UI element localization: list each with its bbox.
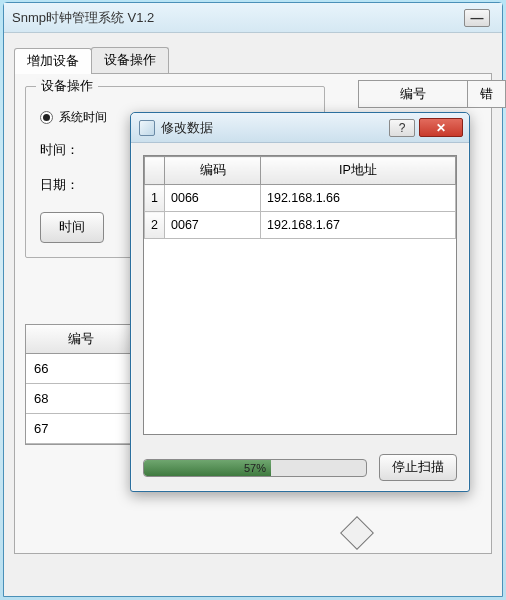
right-header-id-label: 编号 bbox=[400, 85, 426, 103]
dialog-help-button[interactable]: ? bbox=[389, 119, 415, 137]
right-header-id[interactable]: 编号 bbox=[358, 80, 468, 108]
right-table-header: 编号 错 bbox=[358, 80, 506, 108]
col-rownum[interactable] bbox=[145, 157, 165, 185]
cell-code[interactable]: 0067 bbox=[165, 212, 261, 239]
minimize-button[interactable]: — bbox=[464, 9, 490, 27]
progress-label: 57% bbox=[144, 460, 366, 476]
radio-system-time-label: 系统时间 bbox=[59, 109, 107, 126]
stop-scan-button[interactable]: 停止扫描 bbox=[379, 454, 457, 481]
tab-device-ops-label: 设备操作 bbox=[104, 53, 156, 67]
label-time: 时间： bbox=[40, 142, 84, 159]
cell-rownum: 2 bbox=[145, 212, 165, 239]
tabs: 增加设备 设备操作 bbox=[14, 47, 492, 74]
time-button[interactable]: 时间 bbox=[40, 212, 104, 243]
cell-ip[interactable]: 192.168.1.66 bbox=[261, 185, 456, 212]
cell-rownum: 1 bbox=[145, 185, 165, 212]
col-ip[interactable]: IP地址 bbox=[261, 157, 456, 185]
radio-dot-icon bbox=[40, 111, 53, 124]
scan-progress: 57% bbox=[143, 459, 367, 477]
cell-code[interactable]: 0066 bbox=[165, 185, 261, 212]
tab-add-device[interactable]: 增加设备 bbox=[14, 48, 92, 74]
dialog-body: 编码 IP地址 1 0066 192.168.1.66 2 bbox=[131, 143, 469, 491]
dialog-app-icon bbox=[139, 120, 155, 136]
main-title: Snmp时钟管理系统 V1.2 bbox=[12, 9, 464, 27]
label-date: 日期： bbox=[40, 177, 84, 194]
table-row[interactable]: 1 0066 192.168.1.66 bbox=[145, 185, 456, 212]
close-icon: ✕ bbox=[436, 121, 446, 135]
dialog-footer: 57% 停止扫描 bbox=[143, 454, 457, 481]
modify-data-dialog: 修改数据 ? ✕ 编码 IP地址 bbox=[130, 112, 470, 492]
help-icon: ? bbox=[399, 121, 406, 135]
dialog-close-button[interactable]: ✕ bbox=[419, 118, 463, 137]
tab-device-ops[interactable]: 设备操作 bbox=[91, 47, 169, 73]
time-button-label: 时间 bbox=[59, 220, 85, 234]
col-ip-label: IP地址 bbox=[339, 163, 377, 177]
dialog-title: 修改数据 bbox=[161, 119, 389, 137]
stop-scan-label: 停止扫描 bbox=[392, 460, 444, 474]
right-header-err-label: 错 bbox=[480, 85, 493, 103]
dialog-table-wrap: 编码 IP地址 1 0066 192.168.1.66 2 bbox=[143, 155, 457, 435]
right-header-err[interactable]: 错 bbox=[468, 80, 506, 108]
tab-add-device-label: 增加设备 bbox=[27, 54, 79, 68]
col-code[interactable]: 编码 bbox=[165, 157, 261, 185]
dialog-titlebar[interactable]: 修改数据 ? ✕ bbox=[131, 113, 469, 143]
cell-ip[interactable]: 192.168.1.67 bbox=[261, 212, 456, 239]
minimize-icon: — bbox=[471, 10, 484, 25]
dialog-table: 编码 IP地址 1 0066 192.168.1.66 2 bbox=[144, 156, 456, 239]
main-titlebar[interactable]: Snmp时钟管理系统 V1.2 — bbox=[4, 3, 502, 33]
groupbox-legend: 设备操作 bbox=[36, 78, 98, 95]
table-row[interactable]: 2 0067 192.168.1.67 bbox=[145, 212, 456, 239]
list-header[interactable]: 编号 bbox=[26, 325, 136, 354]
col-code-label: 编码 bbox=[200, 163, 226, 177]
nav-diamond-icon[interactable] bbox=[340, 516, 374, 550]
